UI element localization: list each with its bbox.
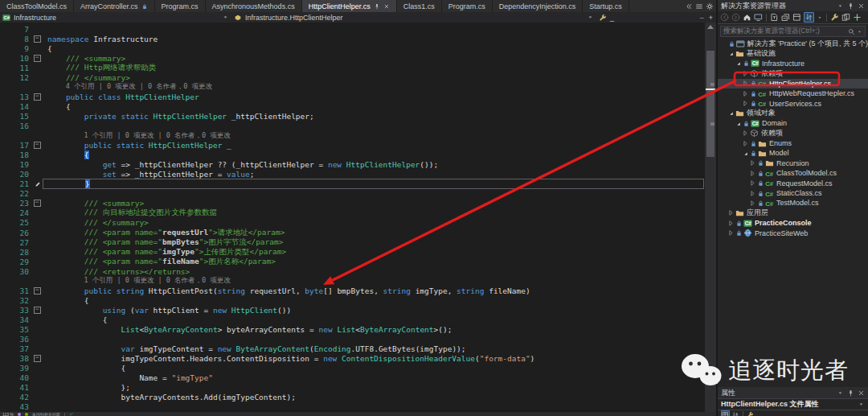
chevron-down-icon[interactable] [587,14,594,21]
editor-tab[interactable]: Startup.cs [583,0,629,12]
fold-toggle[interactable]: – [34,35,41,43]
nav-forward-icon[interactable] [731,13,740,22]
code-line[interactable]: 37 var imgTypeContent = new ByteArrayCon… [0,344,705,354]
expander-icon[interactable] [727,220,735,227]
code-editor[interactable]: 78–namespace Infrastructure9{10– /// <su… [0,23,705,414]
codelens-text[interactable]: 1 个引用 | 0 项更改 | 0 名作者，0 项更改 [43,131,705,141]
close-icon[interactable] [858,389,865,397]
code-line[interactable]: 7 [0,24,705,34]
breadcrumb-type-dropdown[interactable]: Infrastructure.HttpClientHelper [231,12,596,23]
editor-tab[interactable]: HttpClientHelper.cs [302,0,397,12]
expander-icon[interactable] [749,170,756,177]
home-icon[interactable] [743,13,751,22]
editor-tab[interactable]: Program.cs [155,0,206,12]
zoom-level[interactable]: 113 % [2,412,14,416]
search-input[interactable]: 搜索解决方案资源管理器(Ctrl+;) [720,26,866,37]
minimize-glyph[interactable]: – [700,14,704,22]
sort-alphabetical-icon[interactable]: AZ [732,411,739,416]
fold-toggle[interactable]: – [34,93,41,101]
editor-tab[interactable]: ClassToolModel.cs [0,0,74,12]
solution-explorer-titlebar[interactable]: 解决方案资源管理器 [718,0,868,11]
code-line[interactable]: 35 List<ByteArrayContent> byteArrayConte… [0,324,705,334]
tree-item[interactable]: Recursion [718,159,868,168]
code-line[interactable]: 31– public string HttpClientPost(string … [0,286,705,295]
tree-item[interactable]: 依赖项 [718,68,868,78]
scrollbar-up-arrow[interactable] [707,25,714,29]
tree-item[interactable]: C#TestModel.cs [718,198,868,208]
fold-toggle[interactable]: – [34,355,41,362]
chevron-down-icon[interactable] [857,29,862,35]
code-line[interactable]: 8–namespace Infrastructure [0,34,705,43]
codelens-text[interactable]: 1 个引用 | 0 项更改 | 0 名作者，0 项更改 [43,276,705,286]
code-line[interactable]: 26 /// <param name="requestUrl">请求地址</pa… [0,228,705,237]
editor-tab[interactable]: ArrayController.cs [74,0,155,12]
expander-icon[interactable] [735,120,742,127]
code-line[interactable]: 14 { [0,101,705,111]
health-dot-icon[interactable] [25,413,28,416]
code-line[interactable]: 12 /// </summary> [0,72,705,82]
tree-item[interactable]: C#UserServices.cs [718,98,868,108]
code-line[interactable]: 15 private static HttpClientHelper _http… [0,111,705,121]
expander-icon[interactable] [727,229,735,237]
expander-icon[interactable] [749,190,756,197]
code-line[interactable]: 13– public class HttpClientHelper [0,92,705,101]
expander-icon[interactable] [727,50,735,57]
nav-back-icon[interactable] [720,13,729,22]
code-line[interactable]: 30 /// <returns></returns> [0,266,705,276]
tree-item[interactable]: 解决方案 'Practice' (5 个项目, 共 5 个) [718,39,868,48]
categorized-icon[interactable] [721,410,730,416]
search-icon[interactable] [848,28,855,35]
split-editor-button[interactable]: + [709,14,713,22]
expander-icon[interactable] [742,70,749,77]
fold-toggle[interactable]: – [34,287,41,294]
caret-down-icon[interactable] [817,14,823,21]
expander-icon[interactable] [742,100,749,107]
editor-tab[interactable]: AsynchronousMethods.cs [206,0,302,12]
breadcrumb-member-dropdown[interactable]: _ [596,12,616,23]
expander-icon[interactable] [742,130,749,137]
wrench-icon[interactable] [830,13,839,22]
collapse-all-icon[interactable] [781,13,790,22]
pin-icon[interactable] [374,3,380,10]
tree-item[interactable]: C#PracticeConsole [718,218,868,228]
chevron-down-icon[interactable] [222,14,229,21]
scrollbar-thumb[interactable] [706,51,714,157]
tree-item[interactable]: C#RequestModel.cs [718,178,868,187]
expander-icon[interactable] [727,209,735,216]
code-line[interactable]: 24 /// 向目标地址提交图片文件参数数据 [0,208,705,218]
code-line[interactable]: 41 }; [0,383,705,393]
code-line[interactable]: 33– using (var httpClient = new HttpClie… [0,305,705,315]
tree-item[interactable]: 基础设施 [718,48,868,58]
code-line[interactable]: 16 [0,121,705,130]
property-pages-icon[interactable] [747,411,754,416]
window-list-icon[interactable] [695,2,703,10]
code-line[interactable]: 36 [0,335,705,344]
code-line[interactable]: 28 /// <param name="imgType">上传图片类型</par… [0,247,705,257]
fold-toggle[interactable]: – [34,200,41,207]
code-line[interactable]: 10– /// <summary> [0,53,705,63]
tree-item[interactable]: Model [718,148,868,158]
properties-object-selector[interactable]: HttpClientHelper.cs 文件属性 [718,398,868,410]
close-icon[interactable] [383,3,390,10]
preview-icon[interactable] [792,13,801,22]
expander-icon[interactable] [749,159,756,167]
code-line[interactable]: 19 get => _httpClientHelper ?? (_httpCli… [0,160,705,170]
intellicode-dot-icon[interactable] [18,413,21,416]
code-line[interactable]: 34 { [0,315,705,324]
tree-item[interactable]: C#Domain [718,118,868,128]
code-line[interactable]: 18 { [0,150,705,160]
sync-active-icon[interactable] [804,12,814,23]
tree-item[interactable]: 应用层 [718,208,868,218]
chevrons-left-icon[interactable] [685,2,693,10]
code-line[interactable]: 42 byteArrayContents.Add(imgTypeContent)… [0,393,705,402]
code-line[interactable]: 29 /// <param name="fileName">图片名称</para… [0,257,705,266]
expander-icon[interactable] [735,60,742,67]
editor-tab[interactable]: Class1.cs [397,0,442,12]
tree-item[interactable]: C#StaticClass.cs [718,188,868,198]
expander-icon[interactable] [742,140,749,147]
fold-toggle[interactable]: – [34,55,41,62]
codelens-row[interactable]: 1 个引用 | 0 项更改 | 0 名作者，0 项更改 [0,131,705,141]
codelens-row[interactable]: 4 个引用 | 0 项更改 | 0 名作者，0 项更改 [0,82,705,92]
tree-item[interactable]: C#ClassToolModel.cs [718,168,868,178]
code-line[interactable]: 27 /// <param name="bmpBytes">图片字节流</par… [0,237,705,247]
